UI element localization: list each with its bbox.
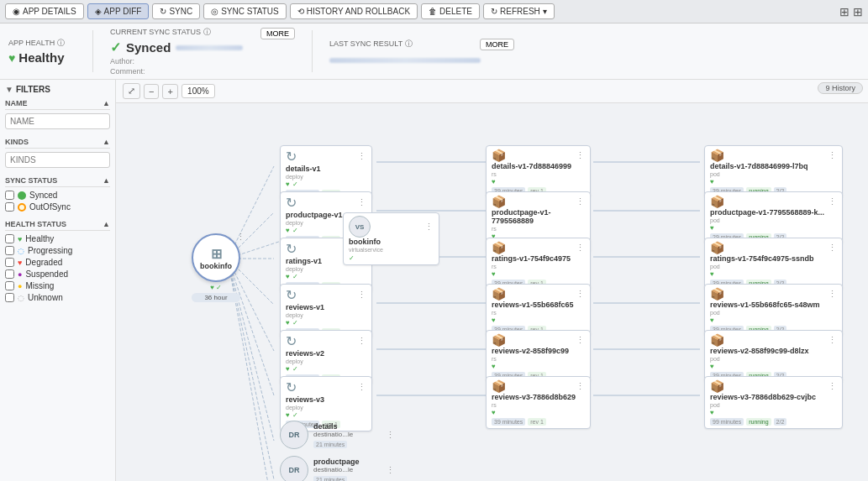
deploy-menu-reviews-v3[interactable]: ⋮ <box>357 382 366 393</box>
history-badge[interactable]: 9 History <box>818 82 863 94</box>
sync-progress-bar <box>176 45 243 50</box>
name-input[interactable] <box>5 113 110 129</box>
synced-dot <box>18 191 26 200</box>
nav-refresh[interactable]: ↻ REFRESH ▾ <box>483 3 555 19</box>
health-heart-icon: ♥ <box>8 51 15 65</box>
sidebar: ▼ FILTERS NAME ▲ KINDS ▲ SYNC STATUS ▲ <box>0 80 116 481</box>
filters-title: ▼ FILTERS <box>5 85 110 94</box>
health-checkbox-healthy[interactable] <box>5 234 14 243</box>
health-status-header: HEALTH STATUS ▲ <box>5 220 110 231</box>
health-filter-suspended[interactable]: ● Suspended <box>5 269 110 279</box>
rs-menu-productpage[interactable]: ⋮ <box>576 196 585 207</box>
pod-node-productpage-v1[interactable]: 📦 ⋮ productpage-v1-7795568889-k... pod ♥… <box>704 191 843 244</box>
nav-app-details[interactable]: ◉ APP DETAILS <box>5 3 84 19</box>
outofsync-dot <box>18 203 26 212</box>
health-filter-progressing[interactable]: ◌ Progressing <box>5 246 110 255</box>
pod-menu-ratings[interactable]: ⋮ <box>828 243 837 254</box>
progressing-icon: ◌ <box>18 247 24 255</box>
sync-value: ✓ Synced <box>110 39 295 55</box>
pod-node-ratings-v1[interactable]: 📦 ⋮ ratings-v1-754f9c4975-ssndb pod ♥ 39… <box>704 238 843 290</box>
pod-node-reviews-v3[interactable]: 📦 ⋮ reviews-v3-7886d8b629-cvjbc pod ♥ 99… <box>704 376 843 429</box>
grid-view-btn[interactable]: ⊞ <box>853 5 863 18</box>
root-node[interactable]: ⊞ bookinfo ♥ ✓ 36 hour ⋮ <box>192 233 240 302</box>
sync-checkbox-outofsync[interactable] <box>5 202 14 212</box>
rs-menu-ratings[interactable]: ⋮ <box>576 243 585 254</box>
rs-node-reviews-v2[interactable]: 📦 ⋮ reviews-v2-858f99c99 rs ♥ 39 minutes… <box>486 330 591 383</box>
missing-icon: ● <box>18 282 22 290</box>
rs-node-details-v1[interactable]: 📦 ⋮ details-v1-7d88846999 rs ♥ 39 minute… <box>486 145 591 198</box>
deploy-menu-reviews-v2[interactable]: ⋮ <box>357 336 366 347</box>
fit-screen-btn[interactable]: ⤢ <box>123 83 140 99</box>
rs-menu-details[interactable]: ⋮ <box>576 150 585 161</box>
sync-status-header: CURRENT SYNC STATUS ⓘ MORE <box>110 27 295 39</box>
health-value: ♥ Healthy <box>8 50 76 65</box>
pod-menu-productpage[interactable]: ⋮ <box>828 196 837 207</box>
graph-inner: ⊞ bookinfo ♥ ✓ 36 hour ⋮ <box>116 103 868 481</box>
health-filter-degraded[interactable]: ♥ Degraded <box>5 258 110 267</box>
health-checkbox-suspended[interactable] <box>5 269 14 279</box>
root-health-icon: ♥ <box>210 284 214 291</box>
dr-node-details[interactable]: DR details destinatio...le 21 minutes ⋮ <box>280 421 395 449</box>
sync-filter-synced[interactable]: Synced <box>5 191 110 200</box>
zoom-out-btn[interactable]: − <box>144 84 159 99</box>
degraded-icon: ♥ <box>18 259 22 267</box>
pod-menu-reviews-v1[interactable]: ⋮ <box>828 289 837 300</box>
health-filter-healthy[interactable]: ♥ Healthy <box>5 234 110 243</box>
vs-menu[interactable]: ⋮ <box>424 222 434 233</box>
dr-node-productpage[interactable]: DR productpage destinatio...le 21 minute… <box>280 456 395 481</box>
dr-menu-productpage[interactable]: ⋮ <box>386 465 395 476</box>
sync-status-section: CURRENT SYNC STATUS ⓘ MORE ✓ Synced Auth… <box>110 27 295 76</box>
sync-status-filter-header: SYNC STATUS ▲ <box>5 176 110 187</box>
main-layout: ▼ FILTERS NAME ▲ KINDS ▲ SYNC STATUS ▲ <box>0 80 868 481</box>
nav-sync[interactable]: ↻ SYNC <box>152 3 200 19</box>
rs-node-reviews-v1[interactable]: 📦 ⋮ reviews-v1-55b668fc65 rs ♥ 39 minute… <box>486 284 591 337</box>
kinds-header: KINDS ▲ <box>5 138 110 149</box>
health-checkbox-unknown[interactable] <box>5 293 14 302</box>
health-filter-missing[interactable]: ● Missing <box>5 281 110 290</box>
delete-icon: 🗑 <box>429 7 437 16</box>
graph-toolbar: ⤢ − + 100% <box>116 80 868 103</box>
health-checkbox-missing[interactable] <box>5 281 14 290</box>
nav-delete[interactable]: 🗑 DELETE <box>421 3 480 19</box>
nav-sync-status[interactable]: ◎ SYNC STATUS <box>203 3 287 19</box>
last-sync-label: LAST SYNC RESULT ⓘ <box>329 39 413 50</box>
pod-menu-details[interactable]: ⋮ <box>828 150 837 161</box>
kinds-input[interactable] <box>5 152 110 168</box>
root-menu-btn[interactable]: ⋮ <box>236 232 245 243</box>
sync-checkbox-synced[interactable] <box>5 191 14 200</box>
rs-node-reviews-v3[interactable]: 📦 ⋮ reviews-v3-7886d8b629 rs ♥ 39 minute… <box>486 376 591 429</box>
sync-comment: Comment: <box>110 67 295 76</box>
rs-menu-reviews-v3[interactable]: ⋮ <box>576 381 585 392</box>
rs-node-ratings-v1[interactable]: 📦 ⋮ ratings-v1-754f9c4975 rs ♥ 39 minute… <box>486 238 591 290</box>
vs-node[interactable]: VS ⋮ bookinfo virtualservice ✓ <box>343 212 439 265</box>
app-health-section: APP HEALTH ⓘ ♥ Healthy <box>8 27 76 76</box>
history-icon: ⟲ <box>297 7 304 16</box>
dr-menu-details[interactable]: ⋮ <box>386 430 395 441</box>
nav-history-rollback[interactable]: ⟲ HISTORY AND ROLLBACK <box>290 3 418 19</box>
root-stack-icon: ⊞ <box>211 246 222 262</box>
graph-scroll[interactable]: ⊞ bookinfo ♥ ✓ 36 hour ⋮ <box>116 103 868 481</box>
sync-more-btn[interactable]: MORE <box>260 28 295 39</box>
health-checkbox-degraded[interactable] <box>5 258 14 267</box>
pod-menu-reviews-v2[interactable]: ⋮ <box>828 335 837 346</box>
zoom-in-btn[interactable]: + <box>162 84 177 99</box>
rs-menu-reviews-v1[interactable]: ⋮ <box>576 289 585 300</box>
last-sync-more-btn[interactable]: MORE <box>480 39 514 50</box>
dr-circle-details: DR <box>280 421 308 449</box>
app-health-label: APP HEALTH ⓘ <box>8 38 76 49</box>
deploy-menu-btn[interactable]: ⋮ <box>357 151 366 162</box>
pod-node-details-v1[interactable]: 📦 ⋮ details-v1-7d88846999-l7bq pod ♥ 39 … <box>704 145 843 198</box>
health-checkbox-progressing[interactable] <box>5 246 14 255</box>
tree-view-btn[interactable]: ⊞ <box>839 5 850 18</box>
deploy-menu-productpage[interactable]: ⋮ <box>357 197 366 208</box>
dr-circle-productpage: DR <box>280 456 308 481</box>
health-filter-unknown[interactable]: ◌ Unknown <box>5 293 110 302</box>
rs-menu-reviews-v2[interactable]: ⋮ <box>576 335 585 346</box>
pod-node-reviews-v1[interactable]: 📦 ⋮ reviews-v1-55b668fc65-s48wm pod ♥ 39… <box>704 284 843 337</box>
nav-app-diff[interactable]: ◈ APP DIFF <box>87 3 150 19</box>
deploy-status: ♥ ✓ <box>286 180 366 188</box>
pod-node-reviews-v2[interactable]: 📦 ⋮ reviews-v2-858f99c99-d8lzx pod ♥ 39 … <box>704 330 843 383</box>
pod-menu-reviews-v3[interactable]: ⋮ <box>828 381 837 392</box>
sync-filter-outofsync[interactable]: OutOfSync <box>5 202 110 212</box>
deploy-menu-reviews-v1[interactable]: ⋮ <box>357 290 366 301</box>
